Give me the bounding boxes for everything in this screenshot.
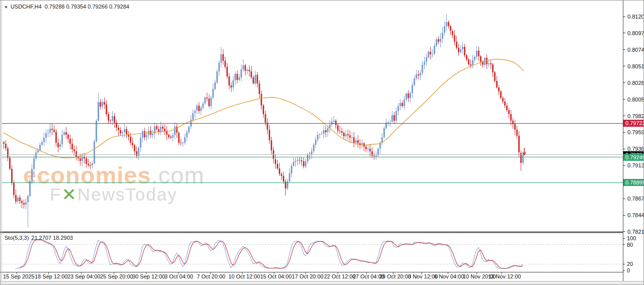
candle [160, 122, 162, 135]
price-tick-label[interactable]: 0.80745 [627, 47, 644, 53]
candle [255, 71, 256, 85]
price-tick-label[interactable]: 0.79365 [627, 146, 644, 152]
time-axis-label[interactable]: 15 Oct 04:00 [260, 273, 292, 279]
time-axis-label[interactable]: 10 Oct 12:00 [228, 273, 260, 279]
symbol-dropdown-icon[interactable]: ▼ [4, 5, 8, 10]
candle [202, 102, 204, 110]
candle [436, 37, 437, 47]
candle [412, 82, 413, 98]
candle [397, 103, 399, 116]
chart-canvas[interactable]: 0.812050.809750.807450.805150.802850.800… [1, 1, 644, 285]
stoch-axis-label[interactable]: 80 [627, 242, 633, 248]
candle [61, 130, 63, 148]
candle [218, 60, 220, 76]
candle [75, 146, 77, 160]
candle [420, 70, 421, 80]
candle [301, 157, 302, 166]
candle [468, 58, 469, 66]
time-axis-label[interactable]: 23 Sep 04:00 [67, 273, 100, 279]
price-tick-label[interactable]: 0.80285 [627, 80, 644, 86]
candle [259, 80, 260, 100]
stochastic-label: Sto(5,3,3)21.2707 18.2903 [5, 235, 73, 241]
candle [367, 145, 369, 153]
candle [245, 64, 246, 75]
time-axis-label[interactable]: 17 Oct 20:00 [292, 273, 324, 279]
price-tick-label[interactable]: 0.78215 [627, 229, 644, 235]
price-tick-label[interactable]: 0.79595 [627, 129, 644, 135]
candle [261, 90, 262, 110]
candle [490, 60, 492, 69]
candle [281, 172, 282, 180]
candle [132, 138, 133, 148]
candle [126, 126, 127, 138]
candle [224, 57, 226, 69]
time-axis-label[interactable]: 29 Oct 20:00 [379, 273, 411, 279]
candle [142, 129, 143, 143]
stoch-axis-label[interactable]: 20 [627, 261, 633, 267]
candle [506, 103, 508, 113]
candle [45, 129, 47, 143]
price-tick-label[interactable]: 0.80515 [627, 63, 644, 69]
candle [138, 146, 139, 160]
time-axis-label[interactable]: 3 Oct 04:00 [165, 273, 193, 279]
candle [164, 125, 166, 135]
candle [174, 122, 176, 139]
candle [154, 123, 155, 139]
candle [25, 199, 27, 210]
candle [353, 132, 355, 147]
candle [450, 25, 451, 35]
bottom-strip [1, 281, 644, 285]
stoch-axis-label[interactable]: 100 [627, 235, 636, 241]
candle [240, 64, 242, 81]
candle [31, 164, 33, 183]
time-axis-label[interactable]: 7 Oct 20:00 [197, 273, 225, 279]
price-tick-label[interactable]: 0.81205 [627, 14, 644, 20]
candle [204, 97, 206, 105]
candle [480, 55, 481, 66]
candle [377, 147, 379, 157]
candle [220, 47, 222, 67]
time-axis-label[interactable]: 3 Nov 12:00 [408, 273, 438, 279]
candle [63, 130, 65, 136]
stoch-axis-label[interactable]: 0 [627, 267, 630, 273]
price-tick-label[interactable]: 0.79135 [627, 162, 644, 168]
candle [228, 73, 230, 89]
pane-separator[interactable] [1, 232, 623, 233]
time-axis-label[interactable]: 15 Sep 2025 [3, 273, 34, 279]
candle [472, 55, 473, 68]
candle [88, 159, 89, 167]
candle [104, 98, 105, 109]
symbol-timeframe-label: USDCHF,H4 [11, 4, 42, 10]
candle [210, 96, 212, 110]
candle [176, 124, 178, 138]
candle [283, 171, 284, 184]
time-axis-label[interactable]: 22 Oct 12:00 [324, 273, 356, 279]
price-tick-label[interactable]: 0.78675 [627, 196, 644, 202]
candle [5, 140, 7, 151]
candle [3, 141, 5, 149]
candle [325, 126, 327, 138]
candle [19, 195, 21, 204]
candle [424, 57, 425, 69]
price-tick-label[interactable]: 0.80975 [627, 30, 644, 36]
price-tick-label[interactable]: 0.78445 [627, 212, 644, 218]
candle [462, 42, 463, 54]
price-tick-label[interactable]: 0.80055 [627, 97, 644, 103]
candle [65, 127, 67, 139]
candle [458, 44, 459, 56]
time-axis-label[interactable]: 6 Nov 04:00 [434, 273, 464, 279]
time-axis-label[interactable]: 13 Nov 12:00 [488, 273, 521, 279]
candle [23, 200, 25, 209]
price-tick-label[interactable]: 0.79825 [627, 113, 644, 119]
candle [194, 109, 196, 119]
candle [331, 118, 333, 128]
candle [271, 137, 272, 154]
candle [184, 134, 186, 145]
candle [307, 153, 308, 164]
candle [21, 200, 23, 208]
time-axis-label[interactable]: 30 Sep 12:00 [132, 273, 165, 279]
candle [71, 138, 73, 153]
time-axis-label[interactable]: 18 Sep 12:00 [35, 273, 67, 279]
time-axis-label[interactable]: 25 Sep 20:00 [100, 273, 133, 279]
candle [488, 59, 490, 67]
